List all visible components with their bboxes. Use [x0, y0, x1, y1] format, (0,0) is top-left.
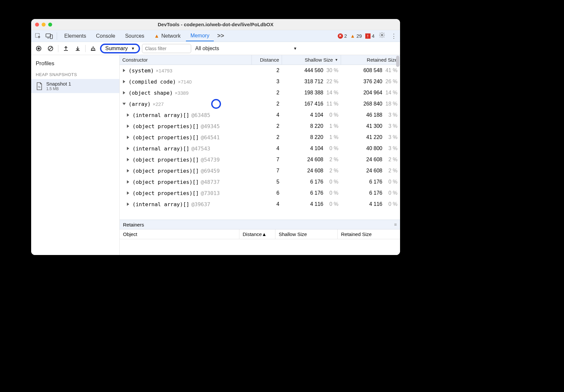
shallow-cell: 4 1040 % — [282, 143, 341, 154]
table-row[interactable]: (object properties)[] @69459724 6082 %24… — [120, 165, 400, 176]
table-row[interactable]: (object properties)[] @6454128 2201 %41 … — [120, 132, 400, 143]
issues-badge[interactable]: !4 — [365, 33, 374, 39]
instance-count: ×227 — [152, 101, 164, 107]
errors-badge[interactable]: ✕2 — [338, 33, 347, 39]
constructor-cell: (internal array)[] @39637 — [120, 199, 252, 210]
snapshot-name: Snapshot 1 — [46, 81, 71, 87]
table-row[interactable]: (object properties)[] @4873756 1760 %6 1… — [120, 176, 400, 187]
retainers-title-bar: Retainers ≡ — [120, 220, 400, 229]
inspect-element-icon[interactable] — [33, 31, 43, 41]
object-id: @73013 — [201, 190, 220, 196]
devtools-window: DevTools - codepen.io/web-dot-dev/live/P… — [31, 19, 400, 255]
tabs-overflow[interactable]: >> — [214, 30, 227, 41]
table-row[interactable]: (system) ×147932444 56030 %608 54841 % — [120, 65, 400, 76]
panel-tabstrip: Elements Console Sources ▲Network Memory… — [31, 30, 400, 42]
retained-cell: 268 84018 % — [341, 98, 400, 109]
download-icon[interactable] — [73, 44, 83, 53]
disclosure-closed-icon[interactable] — [127, 136, 129, 139]
table-row[interactable]: (array) ×2272167 41611 %268 84018 % — [120, 98, 400, 109]
table-row[interactable]: (compiled code) ×71403318 71222 %376 240… — [120, 76, 400, 87]
disclosure-closed-icon[interactable] — [127, 147, 129, 150]
minimize-icon[interactable] — [42, 23, 46, 27]
disclosure-closed-icon[interactable] — [127, 125, 129, 128]
ret-col-distance[interactable]: Distance▲ — [239, 229, 275, 239]
svg-text:%: % — [38, 86, 40, 88]
window-title: DevTools - codepen.io/web-dot-dev/live/P… — [31, 22, 400, 27]
ret-col-retained[interactable]: Retained Size — [338, 229, 400, 239]
upload-icon[interactable] — [61, 44, 71, 53]
table-row[interactable]: (internal array)[] @3963744 1160 %4 1160… — [120, 199, 400, 210]
constructor-name: (object shape) — [129, 90, 173, 96]
warnings-badge[interactable]: ▲29 — [350, 33, 362, 39]
disclosure-closed-icon[interactable] — [127, 191, 129, 195]
shallow-cell: 24 6082 % — [282, 165, 341, 176]
device-toolbar-icon[interactable] — [44, 31, 54, 41]
disclosure-closed-icon[interactable] — [123, 80, 125, 83]
constructor-cell: (array) ×227 — [120, 98, 252, 109]
constructor-name: (object properties)[] — [132, 157, 199, 163]
warning-icon: ▲ — [350, 33, 355, 39]
table-row[interactable]: (internal array)[] @4754344 1040 %40 800… — [120, 143, 400, 154]
gc-broom-icon[interactable] — [88, 44, 98, 53]
object-id: @47543 — [191, 146, 210, 152]
tab-elements[interactable]: Elements — [60, 31, 91, 41]
disclosure-closed-icon[interactable] — [127, 113, 129, 117]
constructors-header: Constructor Distance Shallow Size▼ Retai… — [120, 55, 400, 65]
warning-icon: ▲ — [154, 33, 159, 39]
disclosure-closed-icon[interactable] — [127, 180, 129, 184]
table-row[interactable]: (internal array)[] @6348544 1040 %46 188… — [120, 109, 400, 121]
sort-desc-icon: ▼ — [335, 58, 338, 62]
tabs: Elements Console Sources ▲Network Memory… — [60, 30, 227, 41]
disclosure-closed-icon[interactable] — [123, 69, 125, 72]
col-constructor[interactable]: Constructor — [120, 55, 252, 65]
tab-memory[interactable]: Memory — [186, 31, 214, 41]
ret-col-object[interactable]: Object — [120, 229, 239, 239]
disclosure-closed-icon[interactable] — [127, 158, 129, 161]
retainers-body — [120, 239, 400, 255]
kebab-icon[interactable]: ⋮ — [390, 32, 398, 40]
disclosure-open-icon[interactable] — [123, 103, 126, 105]
shallow-cell: 8 2201 % — [282, 132, 341, 143]
table-row[interactable]: (object shape) ×33892198 38814 %204 9641… — [120, 87, 400, 98]
retainers-label: Retainers — [123, 222, 144, 227]
gear-icon[interactable] — [378, 32, 386, 40]
disclosure-closed-icon[interactable] — [123, 91, 125, 94]
record-icon[interactable] — [34, 44, 44, 53]
col-retained[interactable]: Retained Size — [341, 55, 400, 65]
svg-point-6 — [38, 47, 40, 49]
table-row[interactable]: (object properties)[] @54739724 6082 %24… — [120, 154, 400, 165]
perspective-label: Summary — [105, 46, 128, 51]
svg-line-8 — [49, 47, 52, 50]
svg-rect-1 — [46, 34, 50, 37]
constructor-cell: (compiled code) ×7140 — [120, 76, 252, 87]
snapshot-item[interactable]: % Snapshot 1 1.5 MB — [31, 79, 119, 93]
table-row[interactable]: (object properties)[] @4934528 2201 %41 … — [120, 121, 400, 132]
tab-sources[interactable]: Sources — [120, 31, 149, 41]
col-distance[interactable]: Distance — [252, 55, 282, 65]
zoom-icon[interactable] — [48, 23, 52, 27]
scope-select[interactable]: All objects ▼ — [195, 46, 297, 51]
svg-point-4 — [381, 34, 383, 36]
disclosure-closed-icon[interactable] — [127, 203, 129, 206]
retained-cell: 24 6082 % — [341, 154, 400, 165]
clear-icon[interactable] — [46, 44, 55, 53]
scrollbar-thumb[interactable] — [396, 56, 399, 67]
disclosure-closed-icon[interactable] — [127, 169, 129, 172]
shallow-cell: 4 1160 % — [282, 199, 341, 210]
constructor-name: (internal array)[] — [132, 201, 189, 207]
class-filter-input[interactable] — [142, 44, 191, 53]
tab-network[interactable]: ▲Network — [150, 31, 185, 41]
tab-console[interactable]: Console — [91, 31, 120, 41]
distance-cell: 2 — [252, 65, 282, 76]
constructor-name: (object properties)[] — [132, 134, 199, 141]
perspective-select[interactable]: Summary ▼ — [100, 44, 140, 53]
col-shallow[interactable]: Shallow Size▼ — [282, 55, 341, 65]
shallow-cell: 24 6082 % — [282, 154, 341, 165]
close-icon[interactable] — [35, 23, 39, 27]
table-row[interactable]: (object properties)[] @7301366 1760 %6 1… — [120, 187, 400, 199]
constructor-cell: (object properties)[] @73013 — [120, 187, 252, 199]
ret-col-shallow[interactable]: Shallow Size — [275, 229, 338, 239]
menu-icon[interactable]: ≡ — [394, 222, 397, 227]
retained-cell: 4 1160 % — [341, 199, 400, 210]
constructor-cell: (object properties)[] @54739 — [120, 154, 252, 165]
